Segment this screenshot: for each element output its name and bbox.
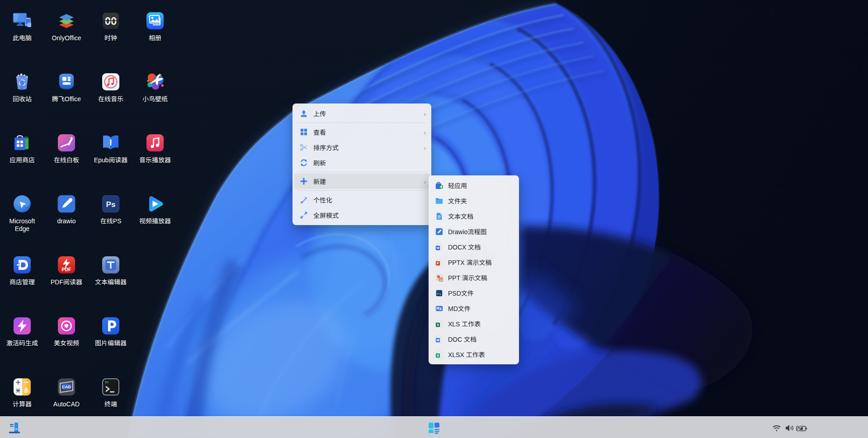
svg-text:W: W <box>436 338 440 342</box>
svg-text:Ps: Ps <box>437 292 441 296</box>
svg-text:W: W <box>436 246 440 250</box>
svg-text:P: P <box>440 278 442 281</box>
svg-text:X: X <box>437 323 439 327</box>
svg-text:X: X <box>437 353 439 358</box>
svg-text:P: P <box>437 261 439 265</box>
svg-text:$#: $# <box>105 381 108 384</box>
svg-text:Ps: Ps <box>106 200 116 209</box>
svg-text:CAD: CAD <box>62 385 71 389</box>
svg-text:PDF: PDF <box>62 267 72 272</box>
